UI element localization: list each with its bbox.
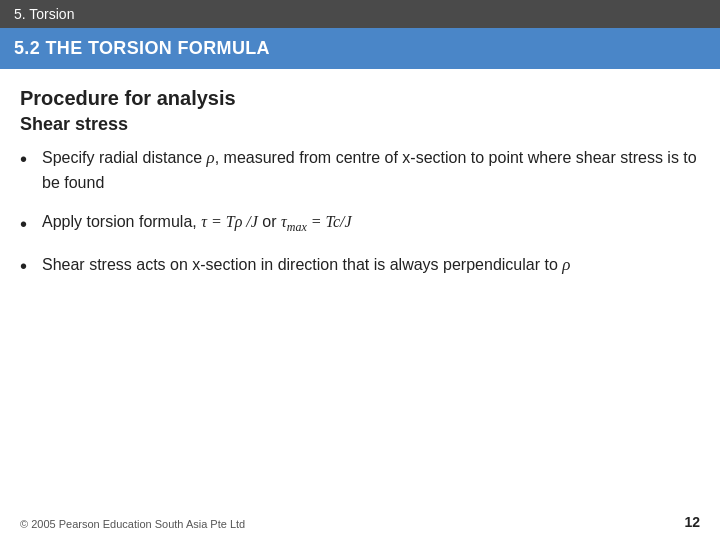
list-item: • Apply torsion formula, τ = Tρ /J or τm… [20,210,700,238]
bullet-text-1: Specify radial distance ρ, measured from… [42,145,700,196]
sub-heading: Shear stress [20,114,700,135]
list-item: • Shear stress acts on x-section in dire… [20,252,700,280]
bullet-dot-1: • [20,145,42,173]
title-bar: 5.2 THE TORSION FORMULA [0,28,720,69]
title-label: 5.2 THE TORSION FORMULA [14,38,270,58]
top-bar: 5. Torsion [0,0,720,28]
bullet-dot-2: • [20,210,42,238]
list-item: • Specify radial distance ρ, measured fr… [20,145,700,196]
content-area: Procedure for analysis Shear stress • Sp… [0,69,720,506]
copyright-text: © 2005 Pearson Education South Asia Pte … [20,518,245,530]
section-heading: Procedure for analysis [20,87,700,110]
formula-2: τmax = Tc/J [281,213,352,230]
rho-symbol-1: ρ [207,148,215,167]
bullet-dot-3: • [20,252,42,280]
bullet-text-3: Shear stress acts on x-section in direct… [42,252,700,278]
footer-area: © 2005 Pearson Education South Asia Pte … [0,506,720,540]
page-number: 12 [684,514,700,530]
bullet-list: • Specify radial distance ρ, measured fr… [20,145,700,294]
top-bar-label: 5. Torsion [14,6,74,22]
rho-symbol-3: ρ [562,255,570,274]
formula-1: τ = Tρ /J [201,213,258,230]
page-container: 5. Torsion 5.2 THE TORSION FORMULA Proce… [0,0,720,540]
bullet-text-2: Apply torsion formula, τ = Tρ /J or τmax… [42,210,700,237]
